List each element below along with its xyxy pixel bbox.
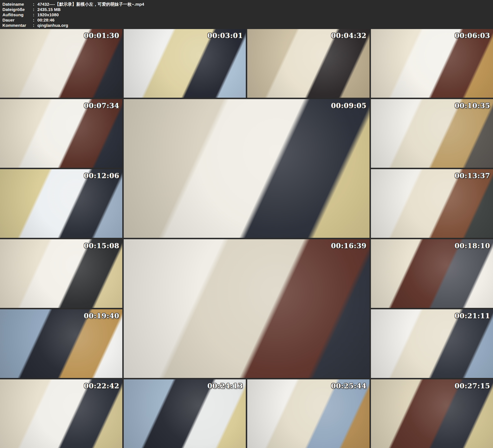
video-frame-thumbnail: 00:24:13 xyxy=(124,379,246,448)
filesize-label: Dateigröße xyxy=(2,7,33,12)
meta-row-duration: Dauer : 00:28:46 xyxy=(2,17,493,23)
filesize-separator: : xyxy=(33,7,37,12)
meta-row-resolution: Auflösung : 1920x1080 xyxy=(2,12,493,17)
duration-value: 00:28:46 xyxy=(37,17,55,23)
video-frame-thumbnail: 00:04:32 xyxy=(247,29,370,98)
video-frame-thumbnail: 00:19:40 xyxy=(0,309,122,378)
duration-label: Dauer xyxy=(2,17,33,23)
resolution-separator: : xyxy=(33,12,37,17)
frame-timestamp: 00:06:03 xyxy=(455,32,490,40)
video-frame-thumbnail: 00:27:15 xyxy=(371,379,493,448)
filename-label: Dateiname xyxy=(2,2,33,7)
filename-value: 47432----【默示录】新模小左，可爱的萌妹子一枚~.mp4 xyxy=(37,2,144,7)
frame-timestamp: 00:21:11 xyxy=(455,312,490,320)
duration-separator: : xyxy=(33,17,37,23)
frame-timestamp: 00:07:34 xyxy=(84,101,119,110)
comment-value: qinglanhua.org xyxy=(37,23,68,28)
frame-timestamp: 00:03:01 xyxy=(207,32,243,40)
comment-separator: : xyxy=(33,23,37,28)
video-frame-thumbnail: 00:22:42 xyxy=(0,379,122,448)
meta-row-filename: Dateiname : 47432----【默示录】新模小左，可爱的萌妹子一枚~… xyxy=(2,2,493,7)
video-frame-thumbnail: 00:06:03 xyxy=(371,29,493,98)
frame-timestamp: 00:18:10 xyxy=(455,242,490,250)
resolution-value: 1920x1080 xyxy=(37,12,59,17)
frame-timestamp: 00:22:42 xyxy=(84,382,119,390)
contact-sheet-grid: 00:01:30 00:03:01 00:04:32 00:06:03 00:0… xyxy=(0,29,493,448)
frame-timestamp: 00:09:05 xyxy=(331,101,367,110)
meta-row-comment: Kommentar : qinglanhua.org xyxy=(2,23,493,28)
video-frame-thumbnail: 00:07:34 xyxy=(0,99,122,168)
video-frame-thumbnail: 00:01:30 xyxy=(0,29,122,98)
comment-label: Kommentar xyxy=(2,23,33,28)
frame-timestamp: 00:19:40 xyxy=(84,312,119,320)
video-frame-thumbnail: 00:21:11 xyxy=(371,309,493,378)
video-frame-thumbnail: 00:03:01 xyxy=(124,29,246,98)
filename-separator: : xyxy=(33,2,37,7)
video-frame-thumbnail: 00:12:06 xyxy=(0,169,122,238)
frame-timestamp: 00:04:32 xyxy=(331,32,367,40)
frame-timestamp: 00:10:35 xyxy=(455,101,490,110)
video-frame-thumbnail-large: 00:09:05 xyxy=(124,99,370,238)
meta-row-filesize: Dateigröße : 2435.15 MB xyxy=(2,7,493,12)
video-frame-thumbnail: 00:25:44 xyxy=(247,379,370,448)
video-frame-thumbnail: 00:15:08 xyxy=(0,239,122,308)
frame-timestamp: 00:25:44 xyxy=(331,382,367,390)
video-frame-thumbnail: 00:18:10 xyxy=(371,239,493,308)
video-frame-thumbnail: 00:13:37 xyxy=(371,169,493,238)
frame-timestamp: 00:16:39 xyxy=(331,242,367,250)
video-frame-thumbnail-large: 00:16:39 xyxy=(124,239,370,378)
filesize-value: 2435.15 MB xyxy=(37,7,61,12)
frame-timestamp: 00:01:30 xyxy=(84,32,119,40)
frame-timestamp: 00:13:37 xyxy=(455,172,490,180)
file-metadata-header: Dateiname : 47432----【默示录】新模小左，可爱的萌妹子一枚~… xyxy=(0,0,493,29)
resolution-label: Auflösung xyxy=(2,12,33,17)
frame-timestamp: 00:27:15 xyxy=(455,382,490,390)
frame-timestamp: 00:24:13 xyxy=(207,382,243,390)
frame-timestamp: 00:15:08 xyxy=(84,242,119,250)
video-frame-thumbnail: 00:10:35 xyxy=(371,99,493,168)
frame-timestamp: 00:12:06 xyxy=(84,172,119,180)
